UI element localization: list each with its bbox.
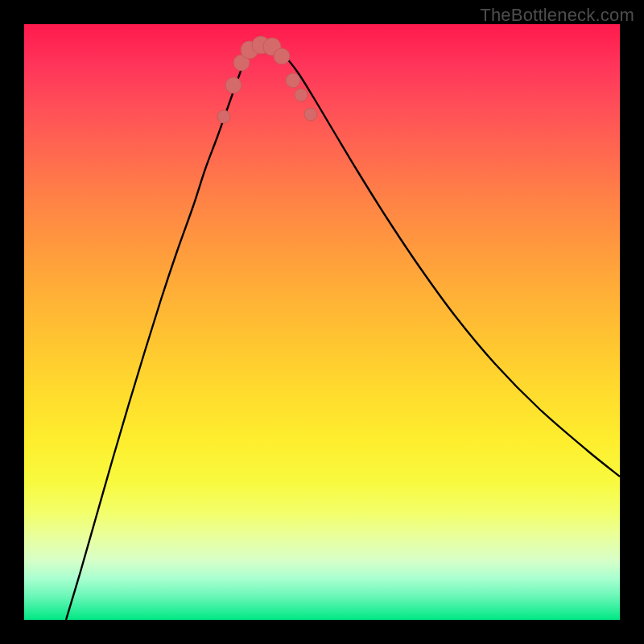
curve-dot [286, 73, 300, 88]
curve-dot [274, 48, 290, 64]
curve-dot [225, 77, 242, 93]
bottleneck-curve [66, 45, 620, 620]
curve-svg [24, 24, 620, 620]
curve-dot [295, 89, 308, 101]
curve-dot [304, 108, 317, 121]
plot-area [24, 24, 620, 620]
curve-dot [217, 110, 230, 123]
chart-frame: TheBottleneck.com [0, 0, 644, 644]
watermark-text: TheBottleneck.com [480, 5, 634, 26]
